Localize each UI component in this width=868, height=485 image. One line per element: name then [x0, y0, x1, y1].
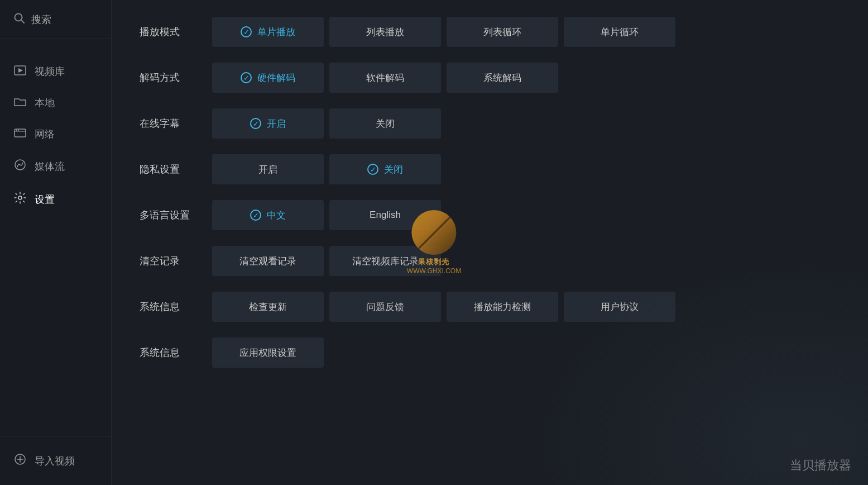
option-agreement[interactable]: 用户协议 — [564, 292, 675, 322]
sidebar-item-import[interactable]: 导入视频 — [13, 448, 98, 474]
clear-records-options: 清空观看记录 清空视频库记录 — [212, 246, 840, 276]
settings-main: 播放模式 ✓ 单片播放 列表播放 列表循环 单片循环 解码方式 — [112, 0, 868, 485]
sidebar-item-label: 视频库 — [35, 65, 65, 78]
search-row[interactable]: 搜索 — [0, 0, 111, 39]
option-check-update[interactable]: 检查更新 — [212, 292, 324, 322]
option-privacy-off[interactable]: ✓ 关闭 — [329, 154, 441, 184]
svg-point-6 — [16, 130, 17, 131]
sidebar-item-local[interactable]: 本地 — [0, 87, 111, 118]
language-section: 多语言设置 ✓ 中文 English — [140, 200, 840, 230]
check-icon: ✓ — [250, 210, 261, 221]
system-info2-label: 系统信息 — [140, 346, 212, 359]
option-subtitle-off[interactable]: 关闭 — [329, 108, 441, 139]
import-label: 导入视频 — [35, 454, 75, 468]
svg-point-9 — [18, 196, 22, 199]
language-options: ✓ 中文 English — [212, 200, 840, 230]
network-icon — [13, 128, 27, 141]
subtitle-section: 在线字幕 ✓ 开启 关闭 — [140, 108, 840, 139]
svg-line-1 — [21, 20, 24, 23]
system-info-options: 检查更新 问题反馈 播放能力检测 用户协议 — [212, 292, 840, 322]
sidebar-item-video-library[interactable]: 视频库 — [0, 56, 111, 87]
option-list-loop[interactable]: 列表循环 — [447, 17, 558, 47]
option-feedback[interactable]: 问题反馈 — [329, 292, 441, 322]
privacy-section: 隐私设置 开启 ✓ 关闭 — [140, 154, 840, 184]
decode-options: ✓ 硬件解码 软件解码 系统解码 — [212, 63, 840, 93]
decode-section: 解码方式 ✓ 硬件解码 软件解码 系统解码 — [140, 63, 840, 93]
subtitle-label: 在线字幕 — [140, 117, 212, 130]
playback-mode-section: 播放模式 ✓ 单片播放 列表播放 列表循环 单片循环 — [140, 17, 840, 47]
option-permissions[interactable]: 应用权限设置 — [212, 337, 324, 368]
clear-records-section: 清空记录 清空观看记录 清空视频库记录 — [140, 246, 840, 276]
option-subtitle-on[interactable]: ✓ 开启 — [212, 108, 324, 139]
sidebar-item-label: 本地 — [35, 96, 55, 110]
privacy-options: 开启 ✓ 关闭 — [212, 154, 840, 184]
check-icon: ✓ — [241, 72, 252, 83]
sidebar-item-network[interactable]: 网络 — [0, 118, 111, 150]
language-label: 多语言设置 — [140, 208, 212, 222]
system-info2-options: 应用权限设置 — [212, 337, 840, 368]
svg-marker-3 — [18, 68, 23, 73]
sidebar-item-label: 设置 — [35, 193, 55, 206]
option-privacy-on[interactable]: 开启 — [212, 154, 324, 184]
option-clear-watch[interactable]: 清空观看记录 — [212, 246, 324, 276]
decode-label: 解码方式 — [140, 71, 212, 84]
svg-point-7 — [18, 130, 19, 131]
playback-mode-label: 播放模式 — [140, 25, 212, 39]
local-icon — [13, 97, 27, 110]
option-clear-library[interactable]: 清空视频库记录 — [329, 246, 441, 276]
sidebar: 搜索 视频库 本地 — [0, 0, 112, 485]
check-icon: ✓ — [241, 26, 252, 37]
sidebar-item-label: 网络 — [35, 127, 55, 141]
search-label: 搜索 — [31, 13, 51, 26]
privacy-label: 隐私设置 — [140, 163, 212, 176]
option-list-play[interactable]: 列表播放 — [329, 17, 441, 47]
search-icon — [13, 12, 25, 26]
sidebar-item-settings[interactable]: 设置 — [0, 183, 111, 216]
system-info-label: 系统信息 — [140, 300, 212, 313]
option-single-loop[interactable]: 单片循环 — [564, 17, 675, 47]
media-stream-icon — [13, 159, 27, 174]
check-icon: ✓ — [367, 164, 378, 175]
system-info-section: 系统信息 检查更新 问题反馈 播放能力检测 用户协议 — [140, 292, 840, 322]
subtitle-options: ✓ 开启 关闭 — [212, 108, 840, 139]
option-software-decode[interactable]: 软件解码 — [329, 63, 441, 93]
sidebar-item-media-stream[interactable]: 媒体流 — [0, 150, 111, 183]
option-chinese[interactable]: ✓ 中文 — [212, 200, 324, 230]
option-single-play[interactable]: ✓ 单片播放 — [212, 17, 324, 47]
check-icon: ✓ — [250, 118, 261, 129]
sidebar-nav: 视频库 本地 — [0, 39, 111, 436]
option-english[interactable]: English — [329, 200, 441, 230]
option-system-decode[interactable]: 系统解码 — [447, 63, 558, 93]
option-capability[interactable]: 播放能力检测 — [447, 292, 558, 322]
import-icon — [13, 453, 27, 468]
playback-mode-options: ✓ 单片播放 列表播放 列表循环 单片循环 — [212, 17, 840, 47]
option-hardware-decode[interactable]: ✓ 硬件解码 — [212, 63, 324, 93]
video-library-icon — [13, 65, 27, 78]
sidebar-item-label: 媒体流 — [35, 160, 65, 173]
clear-records-label: 清空记录 — [140, 254, 212, 268]
settings-icon — [13, 192, 27, 207]
system-info2-section: 系统信息 应用权限设置 — [140, 337, 840, 368]
sidebar-bottom: 导入视频 — [0, 436, 111, 485]
